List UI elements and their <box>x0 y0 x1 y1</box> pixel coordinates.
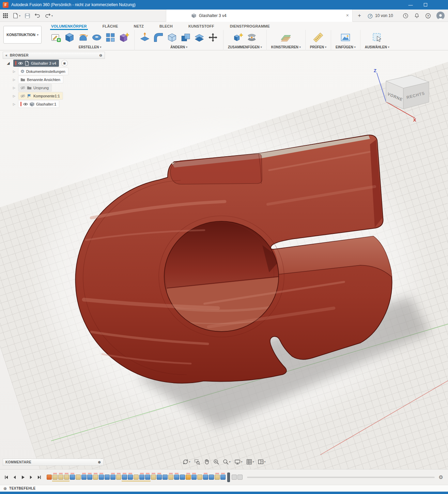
group-label-erstellen[interactable]: ERSTELLEN▾ <box>79 45 101 49</box>
expand-arrow-icon[interactable]: ▷ <box>13 78 17 81</box>
timeline-feature-extrude[interactable] <box>237 475 243 480</box>
expand-arrow-icon[interactable]: ▷ <box>13 70 17 73</box>
press-pull-button[interactable] <box>139 32 151 43</box>
tab-dienstprogramme[interactable]: DIENSTPROGRAMME <box>230 24 270 28</box>
expand-arrow-icon[interactable]: ▷ <box>13 86 17 90</box>
browser-row-settings[interactable]: ▷ ⚙ Dokumenteinstellungen <box>3 67 105 75</box>
zoom-button[interactable] <box>213 459 219 465</box>
timeline-playhead[interactable] <box>227 473 230 482</box>
visibility-off-icon[interactable] <box>20 94 25 98</box>
timeline-feature-flag[interactable] <box>47 475 52 480</box>
timeline-feature-sketch[interactable] <box>215 475 220 480</box>
browser-header[interactable]: « BROWSER ⊖ <box>3 52 105 59</box>
tab-kunststoff[interactable]: KUNSTSTOFF <box>188 24 214 28</box>
select-button[interactable] <box>371 32 383 43</box>
fit-view-button[interactable] <box>194 459 200 465</box>
redo-button[interactable]: ▾ <box>45 13 53 18</box>
tab-netz[interactable]: NETZ <box>134 24 144 28</box>
group-label-auswaehlen[interactable]: AUSWÄHLEN▾ <box>365 45 389 49</box>
construction-plane-button[interactable] <box>280 32 292 43</box>
group-label-einfuegen[interactable]: EINFÜGEN▾ <box>336 45 356 49</box>
close-button[interactable] <box>433 0 448 10</box>
activate-component-radio[interactable]: ◉ <box>62 60 67 66</box>
measure-button[interactable] <box>312 32 324 43</box>
timeline-feature-sketch[interactable] <box>93 475 98 480</box>
visibility-eye-icon[interactable] <box>18 61 23 66</box>
expand-comments-icon[interactable]: ⊕ <box>98 460 101 464</box>
hide-panel-icon[interactable]: ⊖ <box>99 53 102 57</box>
timeline-feature-extrude[interactable] <box>180 475 185 480</box>
timeline-feature-sketch[interactable] <box>64 475 69 480</box>
timeline-feature-sketch[interactable] <box>58 475 63 480</box>
fillet-button[interactable] <box>153 32 164 43</box>
job-status[interactable]: 10 von 10 <box>367 10 393 22</box>
tab-flaeche[interactable]: FLÄCHE <box>103 24 118 28</box>
timeline-feature-sketch[interactable] <box>116 475 121 480</box>
save-button[interactable] <box>25 13 30 19</box>
step-forward-button[interactable] <box>28 474 34 480</box>
offset-face-button[interactable] <box>194 32 205 43</box>
history-clock-icon[interactable] <box>403 13 408 19</box>
apps-grid-icon[interactable] <box>3 13 8 18</box>
pattern-button[interactable] <box>105 32 116 43</box>
notifications-bell-icon[interactable] <box>414 13 420 19</box>
browser-row-component[interactable]: ▷ Komponente1:1 <box>3 92 105 100</box>
insert-canvas-button[interactable] <box>340 32 351 43</box>
group-label-konstruieren[interactable]: KONSTRUIEREN▾ <box>271 45 301 49</box>
timeline-feature-extrude[interactable] <box>174 475 179 480</box>
visibility-off-icon[interactable] <box>20 85 25 90</box>
timeline-feature-extrude[interactable] <box>220 475 226 480</box>
torus-button[interactable] <box>91 32 103 43</box>
orbit-button[interactable]: ▾ <box>182 459 190 465</box>
timeline-feature-sketch[interactable] <box>52 475 58 480</box>
text-commands-icon[interactable]: ⊕ <box>3 486 7 491</box>
timeline-feature-sketch[interactable] <box>168 475 173 480</box>
timeline-feature-extrude[interactable] <box>232 475 237 480</box>
browser-row-body[interactable]: ▷ Glashalter:1 <box>3 100 105 108</box>
zoom-window-button[interactable]: ▾ <box>222 459 230 465</box>
timeline-feature-extrude[interactable] <box>209 475 214 480</box>
move-button[interactable] <box>207 32 219 43</box>
root-expand-icon[interactable]: ◢ <box>7 61 12 65</box>
expand-arrow-icon[interactable]: ▷ <box>13 102 17 106</box>
text-commands-label[interactable]: TEXTBEFEHLE <box>9 487 36 490</box>
expand-arrow-icon[interactable]: ▷ <box>13 94 17 98</box>
timeline-feature-combine[interactable] <box>186 475 191 480</box>
timeline-settings-gear-icon[interactable]: ⚙ <box>439 474 443 480</box>
pan-hand-button[interactable] <box>203 459 209 465</box>
document-tab[interactable]: Glashalter 3 v4 × <box>166 10 353 22</box>
file-menu-button[interactable]: ▾ <box>12 13 20 19</box>
timeline-feature-extrude[interactable] <box>70 475 75 480</box>
combine-button[interactable] <box>180 32 191 43</box>
collapse-chevrons-icon[interactable]: « <box>5 53 7 57</box>
user-avatar[interactable] <box>436 12 445 20</box>
timeline-feature-extrude[interactable] <box>145 475 150 480</box>
timeline-feature-sketch[interactable] <box>76 475 81 480</box>
timeline-feature-extrude[interactable] <box>163 475 168 480</box>
shell-button[interactable] <box>166 32 178 43</box>
maximize-button[interactable] <box>418 0 433 10</box>
visibility-eye-icon[interactable] <box>23 102 28 107</box>
scene-3d[interactable]: VORNE RECHTS Z X <box>0 50 448 469</box>
timeline-feature-extrude[interactable] <box>87 475 92 480</box>
browser-row-named-views[interactable]: ▷ Benannte Ansichten <box>3 76 105 83</box>
new-component-button[interactable] <box>232 32 244 43</box>
browser-row-origin[interactable]: ▷ Ursprung <box>3 84 105 92</box>
form-button[interactable] <box>118 32 130 43</box>
timeline-feature-sketch[interactable] <box>151 475 156 480</box>
timeline-feature-extrude[interactable] <box>139 475 144 480</box>
browser-row-document[interactable]: ◢ Glashalter 3 v4 ◉ <box>3 59 105 67</box>
tab-blech[interactable]: BLECH <box>159 24 173 28</box>
display-settings-button[interactable]: ▾ <box>234 459 242 465</box>
timeline-feature-extrude[interactable] <box>105 475 110 480</box>
grid-settings-button[interactable]: ▾ <box>246 459 254 465</box>
timeline-feature-extrude[interactable] <box>157 475 162 480</box>
workspace-selector[interactable]: KONSTRUKTION ▾ <box>3 26 42 44</box>
create-sketch-button[interactable] <box>50 32 62 43</box>
timeline-feature-extrude[interactable] <box>191 475 197 480</box>
minimize-button[interactable]: — <box>403 0 418 10</box>
timeline-feature-extrude[interactable] <box>81 475 87 480</box>
revolve-button[interactable] <box>77 32 89 43</box>
viewport-canvas[interactable]: VORNE RECHTS Z X <box>0 50 448 469</box>
help-icon[interactable]: ? <box>425 13 431 19</box>
